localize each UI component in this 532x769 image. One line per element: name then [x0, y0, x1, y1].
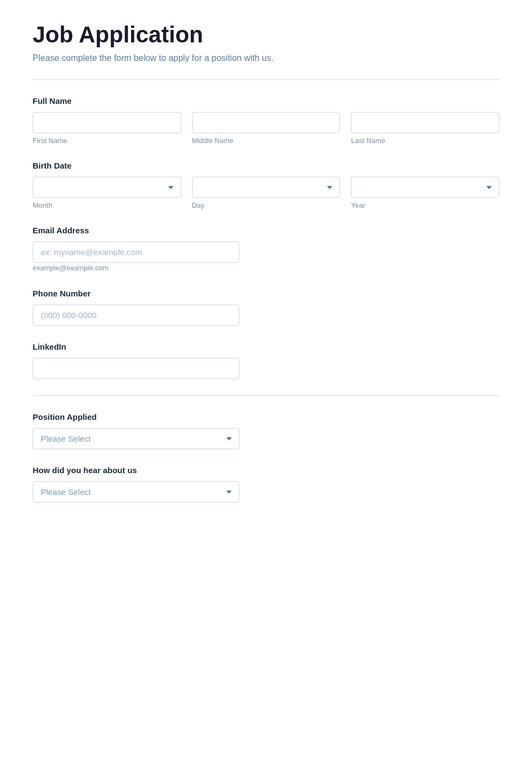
last-name-input[interactable]	[351, 112, 499, 133]
position-select[interactable]: Please Select Engineer Designer Manager	[33, 428, 239, 449]
year-select-wrapper: 2000 1990 1980	[351, 177, 499, 198]
birth-date-section: Birth Date January February March April …	[33, 161, 499, 209]
email-input-wrapper: example@example.com	[33, 241, 239, 272]
page-title: Job Application	[33, 22, 499, 48]
section-divider	[33, 395, 499, 396]
day-select[interactable]: 1 2 3 31	[192, 177, 341, 198]
day-group: 1 2 3 31 Day	[192, 177, 341, 209]
last-name-group: Last Name	[351, 112, 499, 145]
phone-label: Phone Number	[33, 289, 499, 298]
year-group: 2000 1990 1980 Year	[351, 177, 499, 209]
month-group: January February March April May June Ju…	[33, 177, 181, 209]
position-section: Position Applied Please Select Engineer …	[33, 412, 499, 449]
phone-section: Phone Number	[33, 289, 499, 326]
hear-about-us-label: How did you hear about us	[33, 466, 499, 475]
birth-date-label: Birth Date	[33, 161, 499, 170]
year-select[interactable]: 2000 1990 1980	[351, 177, 499, 198]
hear-about-us-select-wrapper: Please Select LinkedIn Referral Website …	[33, 481, 239, 503]
middle-name-group: Middle Name	[192, 112, 341, 145]
page-subtitle: Please complete the form below to apply …	[33, 53, 499, 63]
hear-about-us-select[interactable]: Please Select LinkedIn Referral Website …	[33, 481, 239, 503]
day-sublabel: Day	[192, 201, 341, 209]
phone-input-wrapper	[33, 305, 239, 326]
middle-name-input[interactable]	[192, 112, 341, 133]
birth-date-fields: January February March April May June Ju…	[33, 177, 499, 209]
full-name-label: Full Name	[33, 96, 499, 106]
last-name-sublabel: Last Name	[351, 137, 499, 145]
first-name-sublabel: First Name	[33, 137, 181, 145]
email-section: Email Address example@example.com	[33, 226, 499, 272]
first-name-input[interactable]	[33, 112, 181, 133]
month-sublabel: Month	[33, 201, 181, 209]
email-sublabel: example@example.com	[33, 264, 109, 272]
position-select-wrapper: Please Select Engineer Designer Manager	[33, 428, 239, 449]
hear-about-us-section: How did you hear about us Please Select …	[33, 466, 499, 503]
full-name-section: Full Name First Name Middle Name Last Na…	[33, 96, 499, 145]
full-name-fields: First Name Middle Name Last Name	[33, 112, 499, 145]
email-input[interactable]	[33, 241, 239, 263]
linkedin-label: LinkedIn	[33, 342, 499, 351]
linkedin-input[interactable]	[33, 358, 239, 379]
header-divider	[33, 79, 499, 80]
first-name-group: First Name	[33, 112, 181, 145]
month-select[interactable]: January February March April May June Ju…	[33, 177, 181, 198]
email-label: Email Address	[33, 226, 499, 235]
linkedin-input-wrapper	[33, 358, 239, 379]
month-select-wrapper: January February March April May June Ju…	[33, 177, 181, 198]
day-select-wrapper: 1 2 3 31	[192, 177, 341, 198]
phone-input[interactable]	[33, 305, 239, 326]
year-sublabel: Year	[351, 201, 499, 209]
position-label: Position Applied	[33, 412, 499, 421]
linkedin-section: LinkedIn	[33, 342, 499, 379]
middle-name-sublabel: Middle Name	[192, 137, 341, 145]
